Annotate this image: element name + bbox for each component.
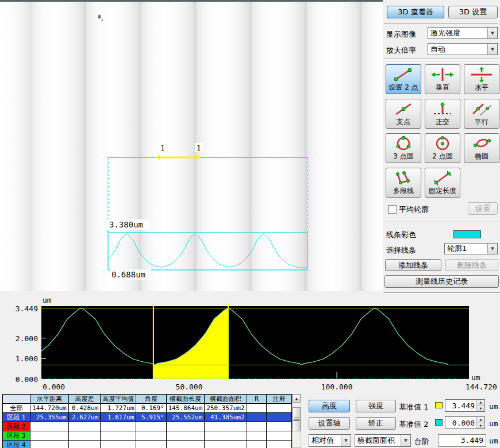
reference1-color-swatch[interactable] xyxy=(435,402,443,408)
reference2-value-input[interactable]: 0.000 ▲▼ xyxy=(445,416,485,429)
marker-label: 1 xyxy=(197,144,201,152)
marker-label: 1 xyxy=(160,144,164,152)
table-row[interactable]: 区段 4 xyxy=(3,441,292,448)
table-cell xyxy=(267,422,292,431)
table-cell: 25.552um xyxy=(166,413,205,422)
ellipse-button[interactable]: 椭圆 xyxy=(464,133,499,163)
reference1-value-input[interactable]: 3.449 ▲▼ xyxy=(445,399,485,412)
tool-label: 2 点圆 xyxy=(432,152,452,161)
average-profile-set-button[interactable]: 设置 xyxy=(468,202,498,215)
horizontal-line-icon xyxy=(468,67,495,83)
magnification-dropdown[interactable]: 自动 ▼ xyxy=(428,43,498,55)
pivot-line-button[interactable]: 支点 xyxy=(386,99,421,129)
chart-tick-label: 0.000 xyxy=(43,383,65,391)
table-row[interactable]: 区段 2 xyxy=(3,422,292,431)
relative-value-dropdown-arrow-icon[interactable]: ▼ xyxy=(341,435,351,446)
column-header: 高度平均值 xyxy=(101,395,136,404)
measurement-overlay: 113.380um0.688um xyxy=(0,0,383,291)
average-profile-label: 平均轮廓 xyxy=(399,204,429,215)
segment1-left-arrow-icon[interactable] xyxy=(155,155,160,160)
table-cell xyxy=(101,431,136,441)
scroll-up-icon[interactable]: ▲ xyxy=(293,395,301,403)
two-point-line-icon xyxy=(390,67,417,83)
cross-section-dropdown[interactable]: 横截面面积 ▼ xyxy=(355,434,411,447)
table-cell: 1.727um xyxy=(101,404,136,413)
reference1-spinner[interactable]: ▲▼ xyxy=(476,400,484,411)
scrollbar-thumb[interactable] xyxy=(293,407,301,431)
table-cell xyxy=(267,441,292,448)
spin-up-icon[interactable]: ▲ xyxy=(477,400,484,406)
line-color-swatch[interactable] xyxy=(453,230,481,238)
table-cell xyxy=(267,404,292,413)
spin-up-icon[interactable]: ▲ xyxy=(477,417,484,423)
intensity-mode-button[interactable]: 强度 xyxy=(356,400,396,412)
fixed-length-icon xyxy=(429,170,456,186)
select-line-dropdown-arrow-icon[interactable]: ▼ xyxy=(487,244,497,254)
reference1-value: 3.449 xyxy=(445,401,476,410)
display-image-dropdown[interactable]: 激光强度 ▼ xyxy=(428,27,498,39)
laser-intensity-image[interactable]: 113.380um0.688um xyxy=(0,0,383,291)
max-height-label: 3.380um xyxy=(109,220,143,229)
select-line-dropdown[interactable]: 轮廓1 ▼ xyxy=(444,243,498,254)
measure-line-history-button[interactable]: 测量线历史记录 xyxy=(384,275,499,288)
segment1-right-arrow-icon[interactable] xyxy=(195,155,201,160)
correction-button[interactable]: 矫正 xyxy=(356,417,396,430)
chart-tick-label: 50.000 xyxy=(176,383,203,391)
horizontal-line-button[interactable]: 水平 xyxy=(464,64,499,94)
fixed-length-button[interactable]: 固定长度 xyxy=(425,168,460,198)
display-image-dropdown-arrow-icon[interactable]: ▼ xyxy=(487,28,497,38)
parallel-line-button[interactable]: 平行 xyxy=(464,99,499,129)
table-scrollbar[interactable]: ▲ xyxy=(292,394,301,448)
add-line-button[interactable]: 添加线条 xyxy=(385,259,441,271)
table-cell: 250.357um2 xyxy=(205,404,247,413)
table-cell xyxy=(101,422,136,431)
step-unit: um xyxy=(489,437,498,445)
table-cell: 144.720um xyxy=(30,404,69,413)
relative-value-dropdown[interactable]: 相对值 ▼ xyxy=(309,434,351,447)
table-cell xyxy=(30,441,69,448)
reference2-label: 基准值 2 xyxy=(399,419,428,430)
row-label[interactable]: 区段 2 xyxy=(3,422,30,431)
reference2-color-swatch[interactable] xyxy=(435,419,443,426)
vertical-line-button[interactable]: 垂直 xyxy=(425,64,460,94)
average-profile-checkbox[interactable] xyxy=(388,205,397,214)
step-label: 台阶 xyxy=(414,437,429,447)
set-axis-button[interactable]: 设置轴 xyxy=(309,417,350,430)
table-row[interactable]: 全部144.720um0.428um1.727um0.169°145.864um… xyxy=(3,404,292,413)
row-label[interactable]: 全部 xyxy=(3,404,30,413)
delete-line-button[interactable]: 删除线条 xyxy=(445,259,498,271)
table-row[interactable]: 区段 3 xyxy=(3,431,292,441)
display-image-label: 显示图像 xyxy=(386,29,416,40)
cross-section-dropdown-arrow-icon[interactable]: ▼ xyxy=(401,435,410,446)
column-header: 横截面长度 xyxy=(166,395,205,404)
row-label[interactable]: 区段 1 xyxy=(3,413,30,422)
polyline-button[interactable]: 多段线 xyxy=(386,168,421,198)
spin-down-icon[interactable]: ▼ xyxy=(477,406,484,412)
chart-tick-label: 100.000 xyxy=(321,383,353,391)
row-label[interactable]: 区段 4 xyxy=(3,441,30,448)
results-table: 水平距离高度差高度平均值角度横截面长度横截面面积R注释全部144.720um0.… xyxy=(2,394,292,448)
two-point-circle-button[interactable]: 2 点圆 xyxy=(425,133,460,163)
orthogonal-line-button[interactable]: 正交 xyxy=(425,99,460,129)
line-color-label: 线条彩色 xyxy=(386,230,416,240)
spin-down-icon[interactable]: ▼ xyxy=(477,423,484,429)
chart-plot-area[interactable] xyxy=(41,306,469,379)
separator xyxy=(384,23,498,24)
3d-viewer-button[interactable]: 3D 查看器 xyxy=(387,6,444,18)
3d-settings-button[interactable]: 3D 设置 xyxy=(448,6,498,18)
chart-tick-label: 2.000 xyxy=(16,334,38,343)
height-mode-button[interactable]: 高度 xyxy=(309,400,350,412)
table-row[interactable]: 区段 125.355um2.627um1.617um5.915°25.552um… xyxy=(3,413,292,422)
two-point-line-button[interactable]: 设置 2 点 xyxy=(386,64,421,94)
table-cell xyxy=(267,413,292,422)
reference2-unit: um xyxy=(489,419,498,428)
reference2-spinner[interactable]: ▲▼ xyxy=(476,417,484,428)
three-point-circle-button[interactable]: 3 点圆 xyxy=(386,133,421,163)
table-cell xyxy=(136,431,166,441)
magnification-dropdown-arrow-icon[interactable]: ▼ xyxy=(487,44,497,55)
row-label[interactable]: 区段 3 xyxy=(3,431,30,441)
select-line-label: 选择线条 xyxy=(386,245,416,256)
table-cell xyxy=(166,431,205,441)
table-cell xyxy=(30,431,69,441)
column-header: 横截面面积 xyxy=(205,395,247,404)
